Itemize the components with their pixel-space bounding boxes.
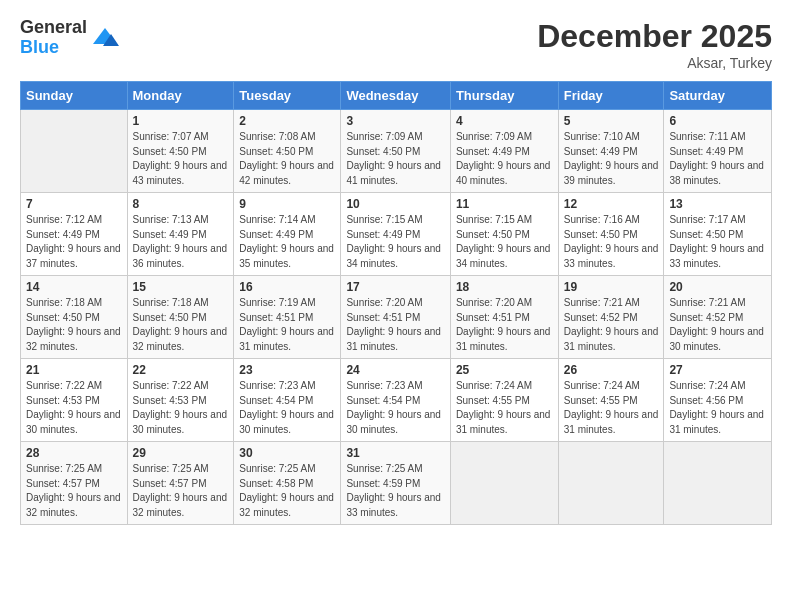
day-info: Sunrise: 7:22 AMSunset: 4:53 PMDaylight:… [26, 379, 122, 437]
day-info: Sunrise: 7:25 AMSunset: 4:57 PMDaylight:… [26, 462, 122, 520]
day-info: Sunrise: 7:19 AMSunset: 4:51 PMDaylight:… [239, 296, 335, 354]
day-info: Sunrise: 7:12 AMSunset: 4:49 PMDaylight:… [26, 213, 122, 271]
day-number: 16 [239, 280, 335, 294]
day-info: Sunrise: 7:13 AMSunset: 4:49 PMDaylight:… [133, 213, 229, 271]
day-info: Sunrise: 7:23 AMSunset: 4:54 PMDaylight:… [346, 379, 444, 437]
calendar-cell: 17Sunrise: 7:20 AMSunset: 4:51 PMDayligh… [341, 276, 450, 359]
day-number: 25 [456, 363, 553, 377]
calendar-week-row: 14Sunrise: 7:18 AMSunset: 4:50 PMDayligh… [21, 276, 772, 359]
day-info: Sunrise: 7:20 AMSunset: 4:51 PMDaylight:… [456, 296, 553, 354]
day-header: Friday [558, 82, 664, 110]
day-info: Sunrise: 7:18 AMSunset: 4:50 PMDaylight:… [26, 296, 122, 354]
calendar-cell: 6Sunrise: 7:11 AMSunset: 4:49 PMDaylight… [664, 110, 772, 193]
day-info: Sunrise: 7:21 AMSunset: 4:52 PMDaylight:… [564, 296, 659, 354]
day-header: Sunday [21, 82, 128, 110]
day-number: 23 [239, 363, 335, 377]
day-info: Sunrise: 7:24 AMSunset: 4:55 PMDaylight:… [456, 379, 553, 437]
calendar-cell: 2Sunrise: 7:08 AMSunset: 4:50 PMDaylight… [234, 110, 341, 193]
day-number: 18 [456, 280, 553, 294]
calendar-cell: 29Sunrise: 7:25 AMSunset: 4:57 PMDayligh… [127, 442, 234, 525]
day-info: Sunrise: 7:25 AMSunset: 4:57 PMDaylight:… [133, 462, 229, 520]
calendar-week-row: 28Sunrise: 7:25 AMSunset: 4:57 PMDayligh… [21, 442, 772, 525]
calendar-cell: 26Sunrise: 7:24 AMSunset: 4:55 PMDayligh… [558, 359, 664, 442]
day-number: 21 [26, 363, 122, 377]
calendar-cell: 28Sunrise: 7:25 AMSunset: 4:57 PMDayligh… [21, 442, 128, 525]
logo: General Blue [20, 18, 119, 58]
calendar-cell: 10Sunrise: 7:15 AMSunset: 4:49 PMDayligh… [341, 193, 450, 276]
title-block: December 2025 Aksar, Turkey [537, 18, 772, 71]
day-info: Sunrise: 7:23 AMSunset: 4:54 PMDaylight:… [239, 379, 335, 437]
logo-general: General [20, 18, 87, 38]
day-info: Sunrise: 7:14 AMSunset: 4:49 PMDaylight:… [239, 213, 335, 271]
page: General Blue December 2025 Aksar, Turkey… [0, 0, 792, 612]
calendar-week-row: 21Sunrise: 7:22 AMSunset: 4:53 PMDayligh… [21, 359, 772, 442]
calendar-cell [664, 442, 772, 525]
day-number: 10 [346, 197, 444, 211]
day-info: Sunrise: 7:17 AMSunset: 4:50 PMDaylight:… [669, 213, 766, 271]
calendar-cell: 7Sunrise: 7:12 AMSunset: 4:49 PMDaylight… [21, 193, 128, 276]
day-number: 29 [133, 446, 229, 460]
day-header: Saturday [664, 82, 772, 110]
logo-icon [91, 24, 119, 52]
calendar-cell: 9Sunrise: 7:14 AMSunset: 4:49 PMDaylight… [234, 193, 341, 276]
day-info: Sunrise: 7:21 AMSunset: 4:52 PMDaylight:… [669, 296, 766, 354]
calendar-cell: 20Sunrise: 7:21 AMSunset: 4:52 PMDayligh… [664, 276, 772, 359]
day-info: Sunrise: 7:09 AMSunset: 4:50 PMDaylight:… [346, 130, 444, 188]
calendar-cell: 12Sunrise: 7:16 AMSunset: 4:50 PMDayligh… [558, 193, 664, 276]
day-info: Sunrise: 7:22 AMSunset: 4:53 PMDaylight:… [133, 379, 229, 437]
calendar-header-row: SundayMondayTuesdayWednesdayThursdayFrid… [21, 82, 772, 110]
day-number: 26 [564, 363, 659, 377]
day-number: 19 [564, 280, 659, 294]
day-info: Sunrise: 7:15 AMSunset: 4:50 PMDaylight:… [456, 213, 553, 271]
calendar-cell: 1Sunrise: 7:07 AMSunset: 4:50 PMDaylight… [127, 110, 234, 193]
day-info: Sunrise: 7:15 AMSunset: 4:49 PMDaylight:… [346, 213, 444, 271]
calendar-cell: 23Sunrise: 7:23 AMSunset: 4:54 PMDayligh… [234, 359, 341, 442]
day-number: 8 [133, 197, 229, 211]
day-number: 9 [239, 197, 335, 211]
day-info: Sunrise: 7:07 AMSunset: 4:50 PMDaylight:… [133, 130, 229, 188]
day-info: Sunrise: 7:09 AMSunset: 4:49 PMDaylight:… [456, 130, 553, 188]
logo-text: General Blue [20, 18, 87, 58]
calendar-cell [21, 110, 128, 193]
calendar-cell: 19Sunrise: 7:21 AMSunset: 4:52 PMDayligh… [558, 276, 664, 359]
day-info: Sunrise: 7:11 AMSunset: 4:49 PMDaylight:… [669, 130, 766, 188]
calendar-cell: 8Sunrise: 7:13 AMSunset: 4:49 PMDaylight… [127, 193, 234, 276]
calendar-cell: 13Sunrise: 7:17 AMSunset: 4:50 PMDayligh… [664, 193, 772, 276]
day-number: 14 [26, 280, 122, 294]
day-number: 6 [669, 114, 766, 128]
calendar-cell: 5Sunrise: 7:10 AMSunset: 4:49 PMDaylight… [558, 110, 664, 193]
day-number: 13 [669, 197, 766, 211]
day-info: Sunrise: 7:24 AMSunset: 4:55 PMDaylight:… [564, 379, 659, 437]
day-number: 20 [669, 280, 766, 294]
day-info: Sunrise: 7:24 AMSunset: 4:56 PMDaylight:… [669, 379, 766, 437]
calendar-cell: 14Sunrise: 7:18 AMSunset: 4:50 PMDayligh… [21, 276, 128, 359]
location: Aksar, Turkey [537, 55, 772, 71]
month-title: December 2025 [537, 18, 772, 55]
day-info: Sunrise: 7:08 AMSunset: 4:50 PMDaylight:… [239, 130, 335, 188]
calendar-cell: 21Sunrise: 7:22 AMSunset: 4:53 PMDayligh… [21, 359, 128, 442]
day-info: Sunrise: 7:16 AMSunset: 4:50 PMDaylight:… [564, 213, 659, 271]
calendar-cell: 15Sunrise: 7:18 AMSunset: 4:50 PMDayligh… [127, 276, 234, 359]
calendar-cell: 27Sunrise: 7:24 AMSunset: 4:56 PMDayligh… [664, 359, 772, 442]
day-info: Sunrise: 7:25 AMSunset: 4:58 PMDaylight:… [239, 462, 335, 520]
calendar-cell: 11Sunrise: 7:15 AMSunset: 4:50 PMDayligh… [450, 193, 558, 276]
calendar: SundayMondayTuesdayWednesdayThursdayFrid… [20, 81, 772, 525]
day-info: Sunrise: 7:10 AMSunset: 4:49 PMDaylight:… [564, 130, 659, 188]
calendar-cell: 31Sunrise: 7:25 AMSunset: 4:59 PMDayligh… [341, 442, 450, 525]
day-number: 5 [564, 114, 659, 128]
day-number: 3 [346, 114, 444, 128]
calendar-cell: 30Sunrise: 7:25 AMSunset: 4:58 PMDayligh… [234, 442, 341, 525]
calendar-cell: 25Sunrise: 7:24 AMSunset: 4:55 PMDayligh… [450, 359, 558, 442]
day-header: Monday [127, 82, 234, 110]
calendar-cell [558, 442, 664, 525]
day-number: 2 [239, 114, 335, 128]
calendar-cell [450, 442, 558, 525]
day-number: 15 [133, 280, 229, 294]
calendar-cell: 4Sunrise: 7:09 AMSunset: 4:49 PMDaylight… [450, 110, 558, 193]
day-number: 11 [456, 197, 553, 211]
day-number: 12 [564, 197, 659, 211]
day-number: 22 [133, 363, 229, 377]
day-number: 4 [456, 114, 553, 128]
calendar-cell: 3Sunrise: 7:09 AMSunset: 4:50 PMDaylight… [341, 110, 450, 193]
calendar-cell: 18Sunrise: 7:20 AMSunset: 4:51 PMDayligh… [450, 276, 558, 359]
